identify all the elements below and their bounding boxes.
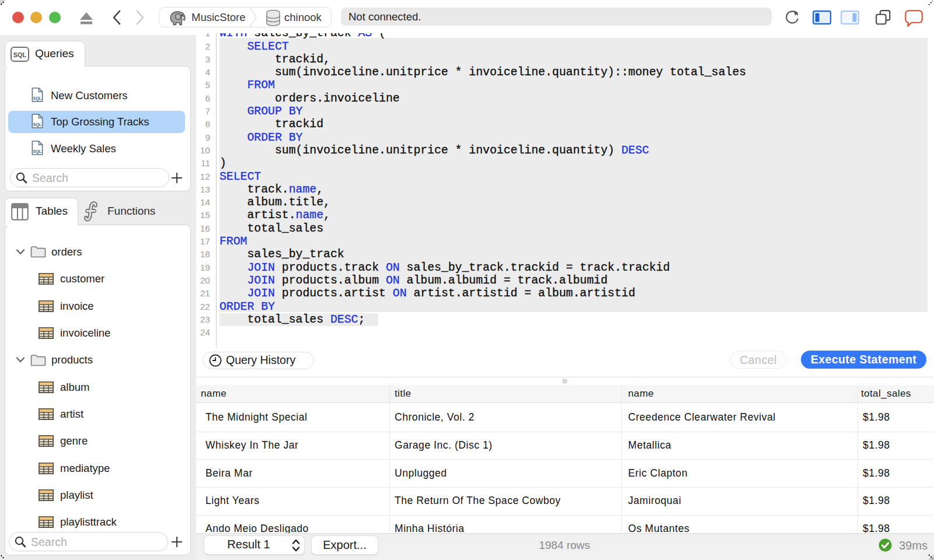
svg-text:SQL: SQL — [33, 96, 41, 101]
svg-text:SQL: SQL — [33, 122, 41, 127]
svg-text:SQL: SQL — [13, 51, 27, 58]
svg-text:SQL: SQL — [33, 149, 41, 154]
